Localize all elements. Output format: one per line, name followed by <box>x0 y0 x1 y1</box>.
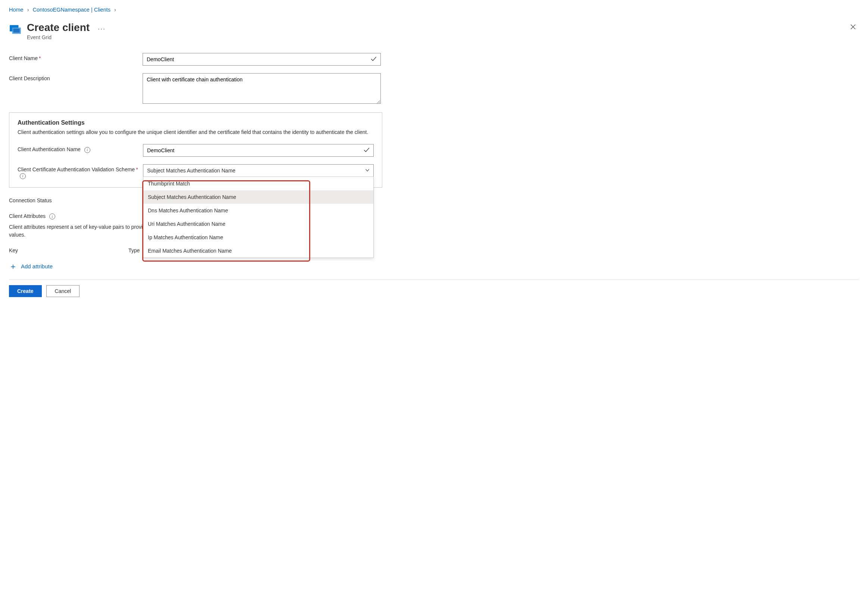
validation-scheme-label: Client Certificate Authentication Valida… <box>18 164 143 179</box>
info-icon[interactable]: i <box>20 173 26 179</box>
dropdown-option[interactable]: Email Matches Authentication Name <box>143 244 373 257</box>
cancel-button[interactable]: Cancel <box>46 285 80 297</box>
client-description-label: Client Description <box>9 73 143 81</box>
auth-settings-heading: Authentication Settings <box>18 119 374 126</box>
auth-name-label: Client Authentication Name i <box>18 144 143 153</box>
create-button[interactable]: Create <box>9 285 42 297</box>
key-column-header: Key <box>9 247 128 253</box>
authentication-settings-panel: Authentication Settings Client authentic… <box>9 112 382 188</box>
breadcrumb-home[interactable]: Home <box>9 7 24 13</box>
plus-icon: ＋ <box>9 262 17 271</box>
svg-rect-2 <box>14 29 20 33</box>
chevron-right-icon: › <box>27 7 29 13</box>
dropdown-option[interactable]: Uri Matches Authentication Name <box>143 217 373 231</box>
client-name-label: Client Name* <box>9 53 143 61</box>
client-name-input[interactable] <box>143 53 381 66</box>
add-attribute-button[interactable]: ＋ Add attribute <box>9 262 382 271</box>
auth-name-input[interactable] <box>143 144 374 157</box>
dropdown-option[interactable]: Dns Matches Authentication Name <box>143 204 373 217</box>
validation-scheme-dropdown: Thumbprint Match Subject Matches Authent… <box>143 176 374 258</box>
validation-scheme-select[interactable]: Subject Matches Authentication Name <box>143 164 374 177</box>
dropdown-option[interactable]: Subject Matches Authentication Name <box>143 190 373 204</box>
dropdown-option[interactable]: Ip Matches Authentication Name <box>143 231 373 244</box>
page-header: Create client ··· Event Grid <box>9 22 859 40</box>
more-actions-button[interactable]: ··· <box>98 25 105 33</box>
page-title: Create client <box>27 22 90 33</box>
footer-actions: Create Cancel <box>9 280 859 302</box>
breadcrumb-namespace[interactable]: ContosoEGNamespace | Clients <box>33 7 110 13</box>
info-icon[interactable]: i <box>49 214 55 220</box>
client-resource-icon <box>9 23 22 36</box>
close-button[interactable] <box>847 22 859 33</box>
page-subtitle: Event Grid <box>27 34 105 40</box>
chevron-right-icon: › <box>114 7 116 13</box>
client-description-input[interactable]: Client with certificate chain authentica… <box>143 73 381 104</box>
info-icon[interactable]: i <box>84 147 90 153</box>
breadcrumb: Home › ContosoEGNamespace | Clients › <box>9 7 859 13</box>
auth-settings-description: Client authentication settings allow you… <box>18 128 374 136</box>
dropdown-option[interactable]: Thumbprint Match <box>143 177 373 190</box>
